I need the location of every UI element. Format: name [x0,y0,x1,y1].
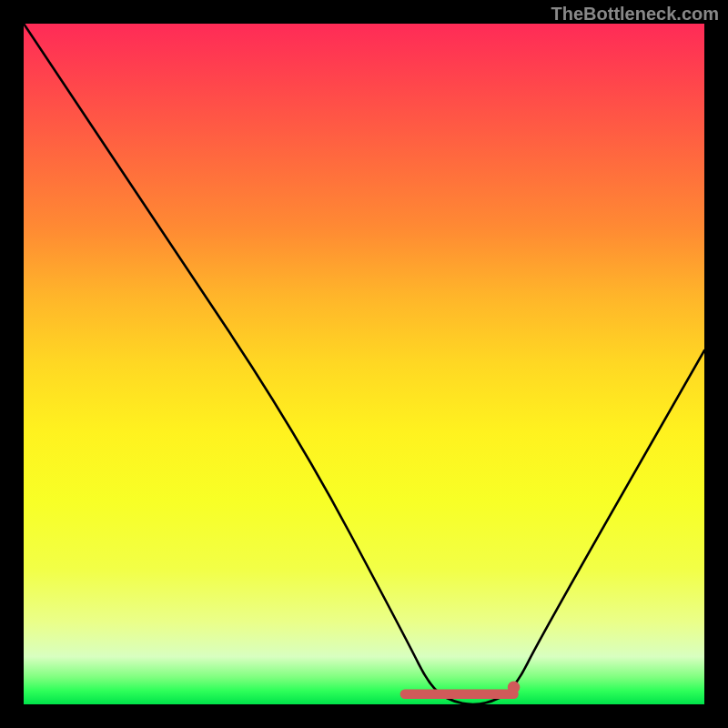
plot-area [24,24,704,704]
dot-marker-circle [508,682,520,693]
bottleneck-curve-path [24,24,704,704]
chart-svg [24,24,704,704]
watermark-text: TheBottleneck.com [551,4,719,25]
